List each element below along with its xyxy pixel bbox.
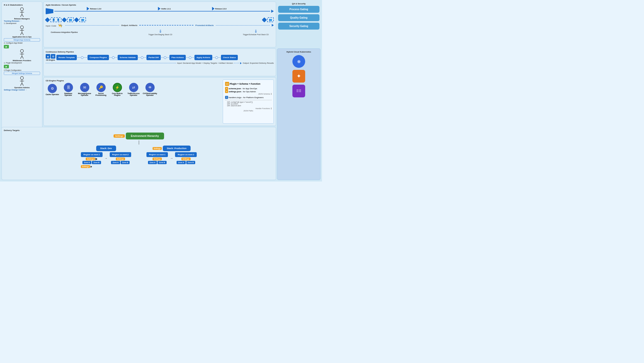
step-circle-5 xyxy=(189,56,191,59)
prod-r1-settings: Settings xyxy=(153,158,162,160)
hybrid-cloud-section: Hybrid Cloud Kubernetes ⎈ ✦ ⠿⠿ xyxy=(277,48,320,180)
cache-label: Cache Operator xyxy=(46,94,59,95)
env-root-row: Settings Environment Hierarchy xyxy=(114,133,164,139)
prod-header: Settings Stack: Production xyxy=(153,146,191,151)
promoted-end-arrow xyxy=(272,24,274,27)
cd-pipeline-flow: ◈ ⚙ CD Engine Render Template Compose Pl… xyxy=(46,54,274,61)
pipeline-labels-row: Input: Code 👨‍🍳 Output: Artifacts Promot… xyxy=(46,23,274,27)
dev-step-label: 1. Development xyxy=(4,22,40,24)
process-gating-button[interactable]: Process Gating xyxy=(278,6,319,13)
json-schema-label: JSON Schema xyxy=(225,93,271,95)
release-timeline: Release 1.0.0 Hotfix 1.0.1 Release 2.0.0 xyxy=(46,7,274,15)
agile-title: Agile Iterations / Scrum Sprints xyxy=(46,4,274,6)
dev-region-2-box: Region us-east-2 xyxy=(110,152,131,157)
sprint-diamond-2 xyxy=(62,17,67,22)
cd-input-line xyxy=(46,63,176,63)
step-circle-6 xyxy=(215,56,218,59)
merged-app-schema: Merged App Schema xyxy=(4,38,40,42)
prod-r1-settings-row: Settings xyxy=(153,158,162,160)
cd-output-label: Output: Expected Delivery Results xyxy=(243,62,274,64)
json-paths-label: JSON Paths xyxy=(225,110,271,112)
ops-admin-label: Operation Admins xyxy=(4,87,40,88)
down-arrow-1: ⇓ xyxy=(159,29,162,34)
schema-json-label: schema.json xyxy=(229,87,241,90)
quality-gating-button[interactable]: Quality Gating xyxy=(278,14,319,21)
step-arrow-1 xyxy=(77,57,80,58)
step-apply-actions: Apply Actions xyxy=(194,55,212,60)
plugin-cache: ⚙ Cache Operator xyxy=(46,84,59,95)
chef-icon: 👨‍🍳 xyxy=(58,23,62,27)
promoted-end-line xyxy=(216,25,270,25)
sprint-group-icon: 👥 xyxy=(69,18,72,21)
cd-engine-icon1: ◈ xyxy=(46,54,50,59)
step-arrow-12 xyxy=(218,57,220,58)
agile-section: Agile Iterations / Scrum Sprints Release… xyxy=(43,2,276,47)
settings-json-row: S settings.json - for Ops Admin xyxy=(225,90,271,93)
qa-title: QA & Security xyxy=(278,3,319,5)
sprint-diamond-4 xyxy=(262,17,267,22)
svg-line-18 xyxy=(20,83,22,86)
release-2-icon xyxy=(212,7,215,10)
plugin-traffic: ⇄ Traffic/Access Operator xyxy=(127,83,141,96)
release-1-marker: Release 1.0.0 xyxy=(87,7,101,10)
cd-engine-label: CD Engine xyxy=(46,59,55,61)
plugins-grid: ⚙ Cache Operator 🗄 Database Operator ✉ M… xyxy=(46,83,221,96)
pipeline-steps: Render Template Compose Plugins Schema V… xyxy=(56,55,274,60)
dev-r1-zone-a: Zone A xyxy=(82,161,91,164)
plugin-core: ⚡ Core Built-in Plugins xyxy=(110,83,125,96)
sprint-person-icon-2: 👤 xyxy=(57,18,60,21)
settings-change-label: Settings Change Control → xyxy=(4,89,40,91)
security-gating-button[interactable]: Security Gating xyxy=(278,23,319,30)
cd-io-labels: Input: Declared App Model + Deploy Targe… xyxy=(46,62,274,64)
code-icon: </> xyxy=(225,82,229,86)
dev-r2-zone-a: Zone A xyxy=(111,161,120,164)
stack-production: Settings Stack: Production Region us-eas… xyxy=(146,146,197,164)
release-2-marker: Release 2.0.0 xyxy=(212,7,227,10)
middleware-label: Middleware Providers xyxy=(4,60,40,61)
step-arrow-8 xyxy=(167,57,169,58)
trigger-prod-section: ⇓ Trigger/Schedule Prod Stack CD xyxy=(243,29,269,35)
sprint-stack-icon xyxy=(46,8,53,14)
prod-r2-zone-b: Zone B xyxy=(186,161,195,164)
handler-functions-label: Handler Functions xyxy=(225,108,271,109)
step-render-template: Render Template xyxy=(56,55,77,60)
step-compose-plugins: Compose Plugins xyxy=(88,55,109,60)
prod-r2-zone-a: Zone A xyxy=(177,161,185,164)
dev-region-1-box: Region us-east-1 xyxy=(81,152,102,157)
qa-security-section: QA & Security Process Gating Quality Gat… xyxy=(277,2,320,47)
step-arrow-11 xyxy=(213,57,215,58)
diff-2: Diff: access[*] xyxy=(227,103,271,105)
dev-regions-arrow: → xyxy=(105,157,108,160)
configure-step-label: 2. Configure App Model xyxy=(4,42,40,44)
step-arrow-10 xyxy=(192,57,194,58)
plugin-dev-step: 1. Plugin Development xyxy=(4,62,40,64)
prod-region-1: Region us-east-1 Settings Zone A Zone B xyxy=(146,152,168,164)
sprint-person-icon-1: 👤 xyxy=(52,18,55,21)
plugin-config-step: 2 Plugin Configuration xyxy=(4,69,40,71)
dev-r1-zone-b: Zone B xyxy=(92,161,101,164)
svg-point-5 xyxy=(20,26,23,29)
step-partial-diff: Partial Diff xyxy=(146,55,161,60)
root-connector xyxy=(139,140,139,145)
plugin-database: 🗄 Database Operator xyxy=(61,83,76,96)
handlers-row: T handlers.ts/go - for Platform Engineer… xyxy=(225,96,271,99)
plugins-section: CD Engine Plugins ⚙ Cache Operator 🗄 Dat… xyxy=(43,77,276,126)
svg-point-10 xyxy=(20,49,23,53)
ci-pipeline-label: Continuous Integration Pipeline xyxy=(51,31,78,33)
dev-regions: Region us-east-1 Settings Zone A Zone B xyxy=(81,152,131,164)
observability-icon: 👁 xyxy=(145,83,155,92)
step-arrow-4 xyxy=(115,57,117,58)
step-circle-1 xyxy=(81,56,83,59)
step-check-status: Check Status xyxy=(221,55,238,60)
dev-r2-settings: Settings xyxy=(116,158,125,160)
sprint-icons-row: 👤 👤 👥 👥 👥 xyxy=(46,17,274,22)
svg-point-15 xyxy=(20,76,23,80)
dev-r1-settings: Settings xyxy=(86,158,95,160)
kubernetes-icon: ⎈ xyxy=(292,55,305,68)
plugin-observability: 👁 CV/Observability Operator xyxy=(143,83,157,96)
middleware-section: ▶ Middleware Providers 1. Plugin Develop… xyxy=(4,45,40,75)
openshift-icon: ✦ xyxy=(292,70,305,83)
json-icon-1: S xyxy=(225,87,228,90)
dev-r1-zone-boxes: Zone A Zone B xyxy=(82,161,101,164)
prod-region-2: Region us-east-2 Settings Zone A Zone B xyxy=(175,152,196,164)
